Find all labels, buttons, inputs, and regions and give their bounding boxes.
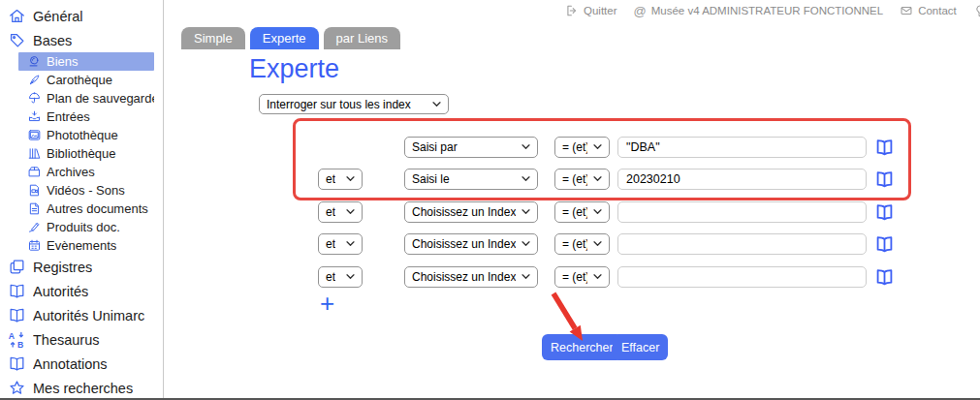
clear-button[interactable]: Effacer: [613, 334, 668, 360]
home-icon: [8, 7, 26, 25]
page-title: Experte: [249, 54, 339, 84]
query-row: etSaisi le= (et): [0, 169, 980, 190]
comparison-operator-select[interactable]: = (et): [554, 201, 610, 223]
chevron-down-icon: [432, 102, 441, 108]
sidebar-item-thesaurus[interactable]: ABThesaurus: [0, 327, 163, 352]
chevron-down-icon: [346, 274, 355, 280]
biens-icon: [27, 54, 42, 69]
open-book-icon: [874, 203, 895, 222]
sidebar-item-label: Bases: [33, 33, 72, 48]
sidebar-item-label: Biens: [47, 54, 79, 69]
boolean-operator-select[interactable]: et: [318, 201, 363, 223]
open-book-icon: [874, 235, 895, 254]
comparison-operator-select[interactable]: = (et): [554, 169, 610, 190]
chevron-down-icon: [522, 176, 530, 182]
comparison-operator-select-value: = (et): [562, 205, 587, 219]
index-lexicon-button[interactable]: [873, 138, 895, 157]
tab-experte[interactable]: Experte: [250, 27, 319, 49]
criteria-value-input[interactable]: [617, 233, 867, 255]
tab-par-liens[interactable]: par Liens: [324, 27, 400, 49]
chevron-down-icon: [346, 241, 355, 247]
sidebar-item-label: Carothèque: [47, 73, 112, 87]
contact-button[interactable]: Contact: [900, 4, 957, 17]
index-lexicon-button[interactable]: [873, 234, 895, 254]
sidebar-item-entrees[interactable]: Entrées: [18, 108, 154, 126]
sidebar-item-bases[interactable]: Bases: [0, 28, 163, 52]
search-button[interactable]: Rechercher: [542, 334, 622, 360]
index-select[interactable]: Choisissez un Index...: [404, 233, 538, 255]
sidebar: GénéralBasesBiensCarothèquePlan de sauve…: [0, 0, 164, 400]
open-book-icon: [874, 268, 895, 287]
boolean-operator-select-value: et: [326, 237, 335, 251]
pen-icon: [27, 73, 42, 87]
sidebar-item-mes-recherches[interactable]: Mes recherches: [0, 376, 163, 400]
comparison-operator-select-value: = (et): [562, 270, 587, 284]
boolean-operator-select-value: et: [326, 172, 335, 186]
chevron-down-icon: [522, 144, 530, 150]
chevron-down-icon: [346, 176, 355, 182]
comparison-operator-select[interactable]: = (et): [554, 266, 610, 288]
open-book-icon: [874, 138, 895, 157]
comparison-operator-select-value: = (et): [562, 237, 587, 251]
top-header: Quitter @ Musée v4 ADMINISTRATEUR FONCTI…: [565, 4, 980, 17]
index-lexicon-button[interactable]: [873, 169, 895, 189]
index-select[interactable]: Choisissez un Index...: [404, 266, 538, 288]
scope-select[interactable]: Interroger sur tous les index: [259, 94, 449, 114]
index-lexicon-button[interactable]: [873, 202, 895, 222]
chevron-down-icon: [522, 274, 530, 280]
index-select-value: Choisissez un Index...: [412, 237, 516, 251]
index-lexicon-button[interactable]: [873, 267, 895, 287]
tab-bar: SimpleExpertepar Liens: [181, 27, 400, 49]
add-row-button[interactable]: +: [320, 291, 334, 316]
umbrella-icon: [27, 91, 42, 106]
chevron-down-icon: [522, 241, 530, 247]
sidebar-item-label: Annotations: [33, 356, 108, 372]
sidebar-item-autorites-unimarc[interactable]: Autorités Unimarc: [0, 303, 163, 327]
sidebar-item-biens[interactable]: Biens: [18, 52, 154, 71]
sidebar-item-carotheque[interactable]: Carothèque: [18, 71, 154, 89]
lightbulb-icon: [973, 4, 980, 17]
help-button[interactable]: Aide: [973, 4, 980, 17]
logout-icon: [565, 4, 579, 17]
index-select[interactable]: Choisissez un Index...: [404, 201, 538, 223]
sidebar-item-general[interactable]: Général: [0, 4, 163, 28]
criteria-value-input[interactable]: [617, 266, 867, 288]
boolean-operator-select[interactable]: et: [318, 233, 363, 255]
query-row: etChoisissez un Index...= (et): [0, 233, 980, 255]
app-window: GénéralBasesBiensCarothèquePlan de sauve…: [0, 0, 980, 400]
user-account[interactable]: @ Musée v4 ADMINISTRATEUR FONCTIONNEL: [634, 5, 884, 17]
quit-button[interactable]: Quitter: [565, 4, 617, 17]
comparison-operator-select-value: = (et): [562, 172, 587, 186]
sidebar-item-label: Thesaurus: [33, 332, 100, 348]
boolean-operator-select-value: et: [326, 270, 335, 284]
sidebar-item-label: Entrées: [47, 109, 90, 124]
open-book-icon: [8, 354, 26, 373]
index-select[interactable]: Saisi le: [404, 169, 538, 190]
criteria-value-input[interactable]: [617, 137, 867, 158]
boolean-operator-select-value: et: [326, 205, 335, 219]
criteria-value-input[interactable]: [617, 201, 867, 223]
query-row: Saisi par= (et): [0, 137, 980, 158]
comparison-operator-select[interactable]: = (et): [554, 233, 610, 255]
svg-text:A: A: [9, 331, 16, 341]
chevron-down-icon: [593, 274, 602, 280]
index-select[interactable]: Saisi par: [404, 137, 538, 158]
criteria-value-input[interactable]: [617, 169, 867, 190]
open-book-icon: [874, 170, 895, 189]
comparison-operator-select[interactable]: = (et): [554, 137, 610, 158]
at-icon: @: [634, 5, 647, 17]
chevron-down-icon: [346, 209, 355, 215]
index-select-value: Saisi le: [412, 172, 450, 186]
sidebar-item-plan-de-sauvegarde[interactable]: Plan de sauvegarde: [18, 89, 154, 108]
query-row: etChoisissez un Index...= (et): [0, 201, 980, 223]
boolean-operator-select[interactable]: et: [318, 266, 363, 288]
open-book-icon: [8, 306, 26, 324]
chevron-down-icon: [593, 209, 602, 215]
tab-simple[interactable]: Simple: [181, 27, 245, 49]
sidebar-item-annotations[interactable]: Annotations: [0, 352, 163, 376]
query-row: etChoisissez un Index...= (et): [0, 266, 980, 288]
boolean-operator-select[interactable]: et: [318, 169, 363, 190]
star-icon: [8, 379, 26, 397]
quit-label: Quitter: [584, 5, 617, 16]
contact-label: Contact: [918, 5, 957, 16]
